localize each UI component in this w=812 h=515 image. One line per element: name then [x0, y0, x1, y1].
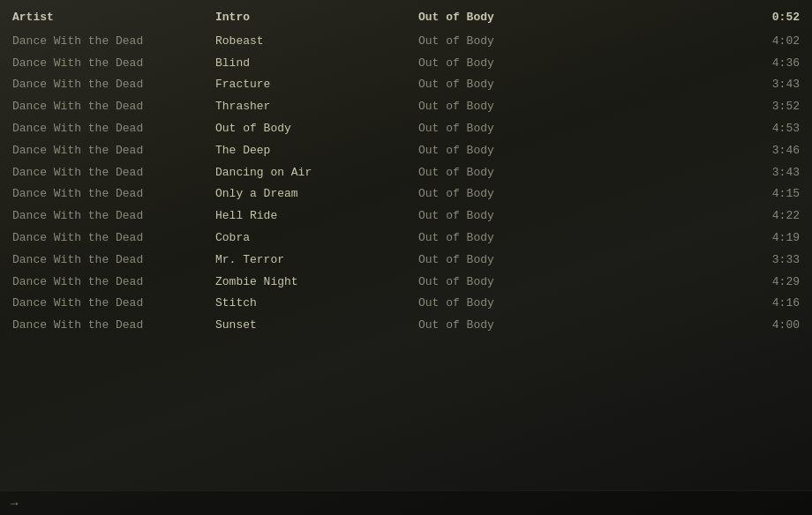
- track-album: Out of Body: [418, 295, 595, 313]
- track-album: Out of Body: [418, 229, 595, 248]
- track-title: Sunset: [215, 317, 418, 335]
- track-duration: 4:19: [595, 229, 800, 248]
- track-row[interactable]: Dance With the DeadSunsetOut of Body4:00: [0, 315, 812, 337]
- track-title: Zombie Night: [215, 273, 418, 292]
- track-album: Out of Body: [418, 120, 595, 138]
- track-title: Blind: [215, 55, 418, 73]
- track-album: Out of Body: [418, 76, 595, 94]
- header-album-col: Out of Body: [418, 9, 595, 27]
- track-album: Out of Body: [418, 207, 595, 226]
- track-duration: 3:52: [595, 98, 800, 116]
- track-artist: Dance With the Dead: [12, 273, 215, 292]
- track-duration: 4:29: [595, 273, 800, 292]
- track-row[interactable]: Dance With the DeadThrasherOut of Body3:…: [0, 96, 812, 118]
- track-title: Dancing on Air: [215, 164, 418, 183]
- track-artist: Dance With the Dead: [12, 76, 215, 94]
- track-duration: 4:36: [595, 55, 800, 73]
- track-album: Out of Body: [418, 98, 595, 116]
- track-artist: Dance With the Dead: [12, 251, 215, 270]
- track-row[interactable]: Dance With the DeadMr. TerrorOut of Body…: [0, 250, 812, 272]
- track-artist: Dance With the Dead: [12, 185, 215, 204]
- track-duration: 4:16: [595, 295, 800, 313]
- track-artist: Dance With the Dead: [12, 207, 215, 226]
- track-title: Fracture: [215, 76, 418, 94]
- track-duration: 4:00: [595, 317, 800, 335]
- track-row[interactable]: Dance With the DeadCobraOut of Body4:19: [0, 228, 812, 250]
- header-artist-col: Artist: [12, 9, 215, 27]
- bottom-bar: →: [0, 490, 812, 515]
- track-album: Out of Body: [418, 55, 595, 73]
- track-row[interactable]: Dance With the DeadDancing on AirOut of …: [0, 162, 812, 184]
- track-duration: 3:46: [595, 142, 800, 160]
- track-title: Cobra: [215, 229, 418, 248]
- track-artist: Dance With the Dead: [12, 317, 215, 335]
- track-artist: Dance With the Dead: [12, 295, 215, 313]
- track-artist: Dance With the Dead: [12, 33, 215, 51]
- track-row[interactable]: Dance With the DeadZombie NightOut of Bo…: [0, 272, 812, 294]
- track-album: Out of Body: [418, 251, 595, 270]
- track-row[interactable]: Dance With the DeadFractureOut of Body3:…: [0, 74, 812, 96]
- track-artist: Dance With the Dead: [12, 55, 215, 73]
- track-album: Out of Body: [418, 185, 595, 204]
- track-row[interactable]: Dance With the DeadOnly a DreamOut of Bo…: [0, 183, 812, 205]
- track-row[interactable]: Dance With the DeadRobeastOut of Body4:0…: [0, 31, 812, 53]
- track-title: Stitch: [215, 295, 418, 313]
- track-list: Artist Intro Out of Body 0:52 Dance With…: [0, 0, 812, 344]
- track-album: Out of Body: [418, 142, 595, 160]
- track-title: The Deep: [215, 142, 418, 160]
- track-duration: 4:22: [595, 207, 800, 226]
- track-row[interactable]: Dance With the DeadStitchOut of Body4:16: [0, 293, 812, 315]
- track-title: Mr. Terror: [215, 251, 418, 270]
- track-row[interactable]: Dance With the DeadHell RideOut of Body4…: [0, 205, 812, 228]
- track-artist: Dance With the Dead: [12, 164, 215, 183]
- track-row[interactable]: Dance With the DeadThe DeepOut of Body3:…: [0, 140, 812, 162]
- track-artist: Dance With the Dead: [12, 142, 215, 160]
- header-duration-col: 0:52: [595, 9, 800, 27]
- track-title: Robeast: [215, 33, 418, 51]
- track-title: Hell Ride: [215, 207, 418, 226]
- track-duration: 3:43: [595, 164, 800, 183]
- track-duration: 4:15: [595, 185, 800, 204]
- track-list-header: Artist Intro Out of Body 0:52: [0, 7, 812, 29]
- track-title: Thrasher: [215, 98, 418, 116]
- track-album: Out of Body: [418, 273, 595, 292]
- track-album: Out of Body: [418, 164, 595, 183]
- track-row[interactable]: Dance With the DeadOut of BodyOut of Bod…: [0, 118, 812, 140]
- track-title: Only a Dream: [215, 185, 418, 204]
- track-artist: Dance With the Dead: [12, 229, 215, 248]
- track-duration: 4:53: [595, 120, 800, 138]
- track-row[interactable]: Dance With the DeadBlindOut of Body4:36: [0, 53, 812, 75]
- track-duration: 4:02: [595, 33, 800, 51]
- track-title: Out of Body: [215, 120, 418, 138]
- header-title-col: Intro: [215, 9, 418, 27]
- track-duration: 3:33: [595, 251, 800, 270]
- track-album: Out of Body: [418, 33, 595, 51]
- track-duration: 3:43: [595, 76, 800, 94]
- track-artist: Dance With the Dead: [12, 98, 215, 116]
- arrow-icon: →: [11, 496, 18, 511]
- track-artist: Dance With the Dead: [12, 120, 215, 138]
- track-album: Out of Body: [418, 317, 595, 335]
